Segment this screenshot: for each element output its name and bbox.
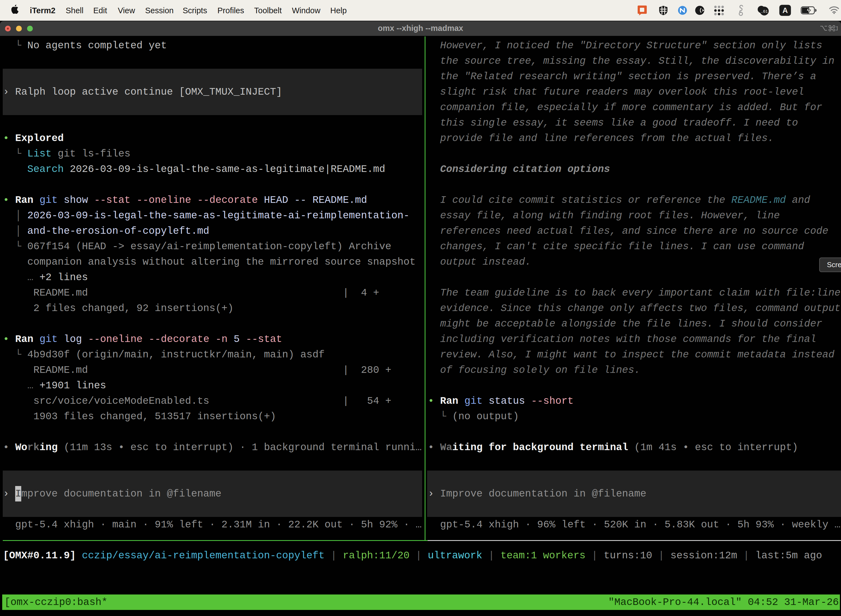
svg-text:A: A xyxy=(782,6,788,15)
svg-text:..61: ..61 xyxy=(761,9,768,13)
svg-text:1: 1 xyxy=(835,25,838,32)
